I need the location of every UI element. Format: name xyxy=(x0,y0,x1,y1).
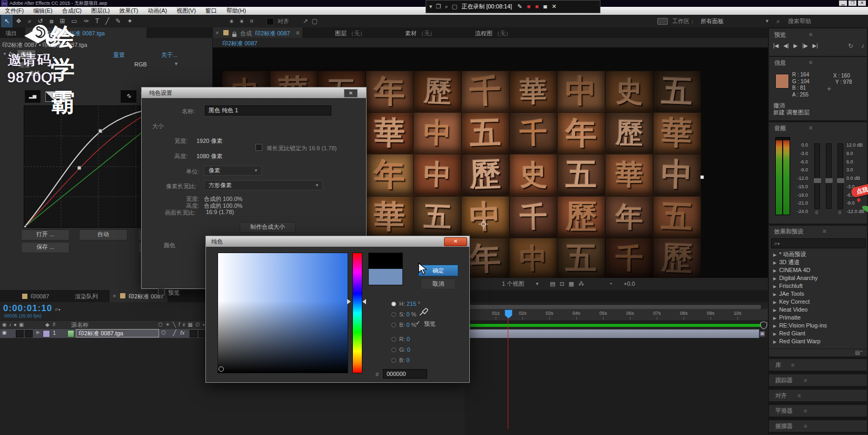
recorder-icon-3[interactable]: ▢ xyxy=(452,3,458,9)
layer-handle[interactable] xyxy=(700,175,704,179)
recorder-icon-1[interactable]: ❐ xyxy=(436,3,445,9)
radio-dot-icon[interactable] xyxy=(391,323,396,327)
search-icon[interactable]: ⌕ xyxy=(776,15,780,27)
channel-dropdown-icon[interactable]: ▼ xyxy=(174,61,179,66)
audio-toggle-icon[interactable]: ♪ xyxy=(861,42,864,50)
panel-menu-icon[interactable]: ≡ xyxy=(797,390,801,401)
units-dropdown[interactable]: 像素 ▼ xyxy=(204,166,262,176)
menu-item-0[interactable]: 文件(F) xyxy=(0,7,28,14)
preview-check-icon[interactable]: ✓ xyxy=(416,320,420,326)
frame-blend-icon[interactable]: ▣ xyxy=(760,330,765,337)
panel-menu-icon[interactable]: ≡ xyxy=(804,420,807,432)
name-input[interactable]: 黑色 纯色 1 xyxy=(205,105,331,115)
transport-button-2[interactable]: ▶ xyxy=(794,43,798,49)
menu-item-6[interactable]: 视图(V) xyxy=(172,7,201,14)
collapsed-panel-库[interactable]: 库≡ xyxy=(769,359,867,371)
recorder-right-icons[interactable]: ✎ ■ ■ ◙ ✕ xyxy=(512,3,558,10)
pan-behind-tool[interactable]: ⊞ xyxy=(56,15,68,27)
axis-icon-0[interactable]: ⚹ xyxy=(226,15,236,27)
effects-category-2[interactable]: ▶CINEMA 4D xyxy=(769,266,867,274)
auto-button[interactable]: 自动 xyxy=(79,229,127,240)
color-field-3[interactable]: R: 0 xyxy=(391,334,420,344)
menu-item-8[interactable]: 帮助(H) xyxy=(222,7,251,14)
effects-category-11[interactable]: ▶Red Giant Warp xyxy=(769,337,867,345)
layer-name[interactable]: 印2标准 0087.tga xyxy=(76,329,159,337)
open-button[interactable]: 打开 ... xyxy=(21,229,70,240)
collapsed-panel-平滑器[interactable]: 平滑器≡ xyxy=(769,405,867,417)
effects-category-1[interactable]: ▶3D 通道 xyxy=(769,258,867,266)
gradient-swatch-icon[interactable] xyxy=(45,91,56,102)
color-field-1[interactable]: S: 0 % xyxy=(391,309,420,320)
effects-category-0[interactable]: ▶* 动画预设 xyxy=(769,250,867,258)
info-menu-icon[interactable]: ≡ xyxy=(809,59,812,65)
hue-marker-right[interactable] xyxy=(362,299,366,304)
menu-item-1[interactable]: 编辑(E) xyxy=(28,7,57,14)
anchor-point-icon[interactable] xyxy=(479,219,488,229)
recorder-action-icon-0[interactable]: ✎ xyxy=(517,3,527,9)
effects-category-7[interactable]: ▶Neat Video xyxy=(769,306,867,314)
selection-tool[interactable]: ↖ xyxy=(1,15,13,27)
recorder-icon-0[interactable]: ▾ xyxy=(429,3,436,9)
eyedropper-icon[interactable] xyxy=(419,307,428,316)
radio-dot-icon[interactable] xyxy=(391,302,396,306)
solid-settings-titlebar[interactable]: 纯色设置 ✕ xyxy=(142,88,366,98)
align-swatch[interactable] xyxy=(267,18,274,25)
transport-button-0[interactable]: |◀ xyxy=(773,43,778,49)
collapsed-panel-跟踪器[interactable]: 跟踪器≡ xyxy=(769,374,867,386)
menu-item-4[interactable]: 效果(T) xyxy=(114,7,143,14)
camera-tool[interactable]: ⧇ xyxy=(46,15,57,27)
tab-footage[interactable]: 素材 （无） xyxy=(405,30,436,37)
view-count-dropdown-icon[interactable]: ▼ xyxy=(535,278,539,290)
color-field-5[interactable]: B: 0 xyxy=(391,355,420,365)
gradient-swatch-icon-2[interactable] xyxy=(60,91,71,102)
par-dropdown[interactable]: 方形像素 ▼ xyxy=(204,180,323,190)
transport-button-4[interactable]: ▶| xyxy=(813,43,818,49)
view-count[interactable]: 1 个视图 xyxy=(502,278,524,290)
width-value[interactable]: 1920 像素 xyxy=(196,137,223,145)
audio-slider-center[interactable] xyxy=(826,143,832,209)
preview-checkbox[interactable] xyxy=(158,288,165,295)
menu-item-7[interactable]: 窗口 xyxy=(201,7,222,14)
color-field-0[interactable]: H: 215 ° xyxy=(391,298,420,309)
layer-search-icon[interactable]: ⌕▾ xyxy=(55,305,61,313)
audio-slider-right[interactable] xyxy=(837,143,843,209)
color-field-value[interactable]: 215 xyxy=(407,301,416,307)
brush-tool[interactable]: ✎ xyxy=(112,15,124,27)
height-value[interactable]: 1080 像素 xyxy=(196,152,223,160)
effects-category-5[interactable]: ▶JAe Tools xyxy=(769,290,867,298)
hue-strip[interactable] xyxy=(352,253,362,373)
viewer-tab[interactable]: 印2标准 0087 xyxy=(222,40,258,47)
effects-category-3[interactable]: ▶Digital Anarchy xyxy=(769,274,867,282)
collapsed-panel-对齐[interactable]: 对齐≡ xyxy=(769,390,867,401)
new-panel-icons[interactable]: ▤⁺ xyxy=(855,350,863,355)
workspace-value[interactable]: 所有面板 xyxy=(701,15,724,27)
layer-switch-box-1[interactable] xyxy=(16,330,24,337)
histogram-icon[interactable]: ▂▅ xyxy=(24,90,41,103)
effects-search-input[interactable]: ⌕▾ xyxy=(771,238,866,248)
stopwatch-icon[interactable]: ◔ xyxy=(19,70,23,76)
tab-flowchart[interactable]: 流程图 （无） xyxy=(475,30,511,37)
radio-dot-icon[interactable] xyxy=(391,358,396,363)
layer-duration-bar[interactable] xyxy=(465,329,760,339)
radio-dot-icon[interactable] xyxy=(391,337,396,342)
effects-category-10[interactable]: ▶Red Giant xyxy=(769,330,867,337)
panel-menu-icon[interactable]: ≡ xyxy=(296,30,299,36)
shape-tool[interactable]: ▭ xyxy=(68,15,80,27)
effect-name[interactable]: 曲线 xyxy=(17,50,35,59)
shortcut-icons[interactable]: ↗ ▢ xyxy=(303,15,318,27)
exposure-icon[interactable]: ◔ xyxy=(609,278,613,290)
quality-icon[interactable]: ⬡ xyxy=(161,330,166,335)
about-link[interactable]: 关于... xyxy=(161,51,177,59)
panel-menu-icon[interactable]: ≡ xyxy=(804,405,807,417)
effects-category-9[interactable]: ▶RE:Vision Plug-ins xyxy=(769,322,867,330)
type-tool[interactable]: T xyxy=(92,15,102,27)
recorder-action-icon-4[interactable]: ✕ xyxy=(552,3,558,9)
pen-tool[interactable]: ✑ xyxy=(81,15,92,27)
color-field-4[interactable]: G: 0 xyxy=(391,344,420,355)
current-timecode[interactable]: 0:00:01:10 xyxy=(3,303,52,314)
collapsed-panel-摇摆器[interactable]: 摇摆器≡ xyxy=(769,420,867,432)
tab-layer[interactable]: 图层 （无） xyxy=(335,30,366,37)
color-field-value[interactable]: 0 xyxy=(406,357,409,363)
shy-shield-icon[interactable] xyxy=(760,321,767,330)
effects-switch-icon[interactable]: ╱ xyxy=(173,330,176,336)
